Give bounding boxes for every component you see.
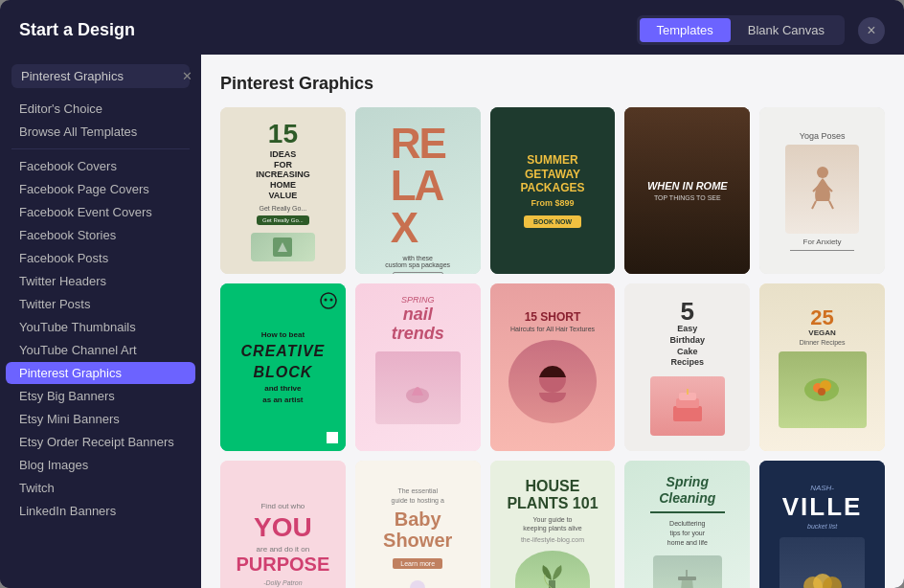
svg-rect-18 — [678, 577, 696, 580]
template-card-nashville[interactable]: NASH- VILLE bucket list — [759, 461, 885, 588]
template-card-vegan-recipes[interactable]: 25 VEGAN Dinner Recipes — [759, 283, 885, 450]
sidebar-item-pinterest-graphics[interactable]: Pinterest Graphics — [6, 362, 195, 384]
template-card-summer-getaway[interactable]: SUMMERGETAWAYPACKAGES From $899 BOOK NOW — [490, 107, 616, 274]
sidebar-item-twitter-posts[interactable]: Twitter Posts — [6, 293, 195, 315]
svg-point-3 — [324, 299, 327, 302]
sidebar-item-youtube-thumbnails[interactable]: YouTube Thumbnails — [6, 316, 195, 338]
modal-header: Start a Design Templates Blank Canvas × — [0, 0, 904, 55]
template-card-birthday-cake[interactable]: 5 EasyBirthdayCakeRecipes — [624, 283, 750, 450]
template-card-short-haircuts[interactable]: 15 SHORT Haircuts for All Hair Textures — [490, 283, 616, 450]
template-card-spring-cleaning[interactable]: SpringCleaning Declutteringtips for your… — [624, 461, 750, 588]
sidebar-item-browse-all[interactable]: Browse All Templates — [6, 121, 195, 143]
svg-rect-7 — [673, 406, 702, 421]
template-card-nail-trends[interactable]: SPRING nailtrends — [355, 283, 481, 450]
design-modal: Start a Design Templates Blank Canvas × … — [0, 0, 904, 588]
svg-point-16 — [410, 580, 425, 588]
tab-templates[interactable]: Templates — [640, 18, 731, 42]
template-card-creative-block[interactable]: How to beat CREATIVEbLOck and thriveas a… — [220, 283, 346, 450]
svg-point-4 — [329, 299, 332, 302]
template-card-when-in-rome[interactable]: WHEN IN ROME TOP THINGS TO SEE — [624, 107, 750, 274]
svg-point-1 — [817, 167, 828, 178]
search-clear-icon[interactable]: ✕ — [182, 69, 192, 83]
sidebar-item-blog-images[interactable]: Blog Images — [6, 454, 195, 476]
sidebar-item-facebook-stories[interactable]: Facebook Stories — [6, 224, 195, 246]
sidebar-item-etsy-order-receipt[interactable]: Etsy Order Receipt Banners — [6, 431, 195, 453]
sidebar-item-linkedin-banners[interactable]: LinkedIn Banners — [6, 500, 195, 522]
sidebar-item-etsy-big-banners[interactable]: Etsy Big Banners — [6, 385, 195, 407]
tab-blank-canvas[interactable]: Blank Canvas — [731, 18, 842, 42]
template-card-house-plants[interactable]: HOUSEPLANTS 101 Your guide tokeeping pla… — [490, 461, 616, 588]
modal-body: ✕ 🔍 Editor's Choice Browse All Templates… — [0, 55, 904, 588]
sidebar-item-facebook-page-covers[interactable]: Facebook Page Covers — [6, 178, 195, 200]
sidebar-item-twitter-headers[interactable]: Twitter Headers — [6, 270, 195, 292]
search-input[interactable] — [21, 69, 182, 83]
close-button[interactable]: × — [858, 17, 885, 44]
template-grid: 15 IDEASFORINCREASINGHOMEVALUE Get Reall… — [220, 107, 885, 588]
modal-title: Start a Design — [19, 20, 637, 40]
template-card-yoga-poses[interactable]: Yoga Poses For Anxiety — [759, 107, 885, 274]
sidebar-item-twitch[interactable]: Twitch — [6, 477, 195, 499]
template-card-relax-spa[interactable]: RELAX with thesecustom spa packages book… — [355, 107, 481, 274]
svg-point-2 — [321, 293, 336, 308]
tab-group: Templates Blank Canvas — [637, 15, 845, 45]
main-content: Pinterest Graphics 15 IDEASFORINCREASING… — [201, 55, 904, 588]
search-bar[interactable]: ✕ 🔍 — [11, 64, 190, 88]
sidebar: ✕ 🔍 Editor's Choice Browse All Templates… — [0, 55, 201, 588]
sidebar-divider — [11, 148, 190, 149]
sidebar-item-editors-choice[interactable]: Editor's Choice — [6, 98, 195, 120]
section-title: Pinterest Graphics — [220, 74, 885, 94]
template-card-ideas-home[interactable]: 15 IDEASFORINCREASINGHOMEVALUE Get Reall… — [220, 107, 346, 274]
sidebar-item-facebook-posts[interactable]: Facebook Posts — [6, 247, 195, 269]
sidebar-item-etsy-mini-banners[interactable]: Etsy Mini Banners — [6, 408, 195, 430]
template-card-purpose[interactable]: Find out who YOU are and do it on PURPOS… — [220, 461, 346, 588]
svg-point-14 — [818, 388, 825, 396]
sidebar-item-facebook-event-covers[interactable]: Facebook Event Covers — [6, 201, 195, 223]
sidebar-item-facebook-covers[interactable]: Facebook Covers — [6, 155, 195, 177]
sidebar-item-youtube-channel-art[interactable]: YouTube Channel Art — [6, 339, 195, 361]
template-card-baby-shower[interactable]: The essentialguide to hosting a BabyShow… — [355, 461, 481, 588]
